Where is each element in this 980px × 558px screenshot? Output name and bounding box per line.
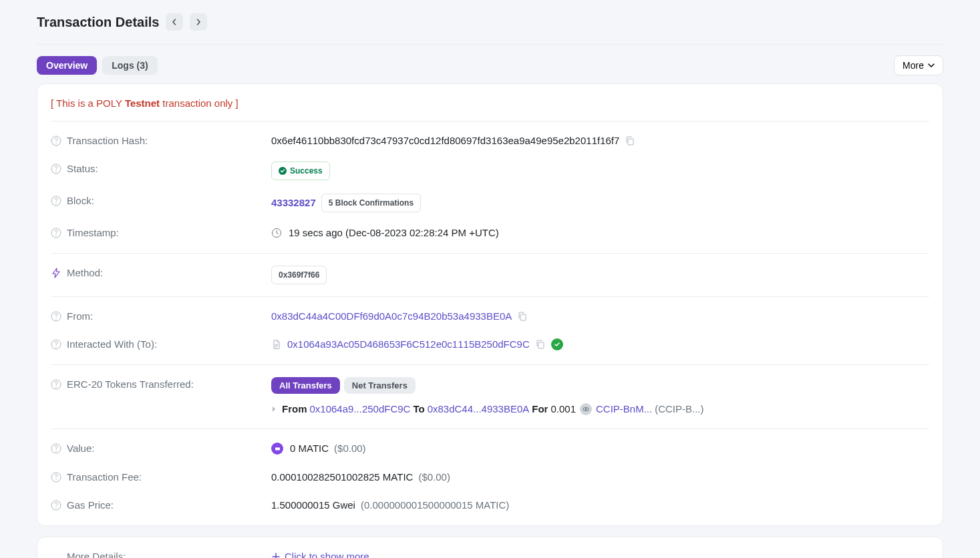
token-symbol: (CCIP-B...) — [655, 402, 703, 417]
help-icon[interactable] — [51, 339, 61, 350]
all-transfers-tab[interactable]: All Transfers — [271, 377, 340, 394]
help-icon[interactable] — [51, 443, 61, 454]
svg-point-24 — [55, 479, 56, 479]
chevron-down-icon — [928, 63, 935, 68]
next-button[interactable] — [190, 13, 207, 31]
row-moredetails: More Details: Click to show more — [37, 537, 943, 559]
from-address-link[interactable]: 0x83dC44a4C00DFf69d0A0c7c94B20b53a4933BE… — [271, 309, 512, 324]
testnet-notice: [ This is a POLY Testnet transaction onl… — [37, 84, 943, 121]
help-icon[interactable] — [51, 500, 61, 511]
row-value: Value: 0 MATIC ($0.00) — [37, 429, 943, 463]
label-value: Value: — [67, 441, 94, 457]
svg-point-22 — [55, 451, 56, 451]
txfee-usd: ($0.00) — [418, 470, 450, 485]
row-gasprice: Gas Price: 1.500000015 Gwei (0.000000001… — [37, 491, 943, 525]
svg-point-1 — [55, 142, 56, 143]
label-moredetails: More Details: — [67, 549, 126, 559]
prev-button[interactable] — [166, 13, 183, 31]
confirmations-badge: 5 Block Confirmations — [321, 194, 421, 212]
row-txfee: Transaction Fee: 0.000100282501002825 MA… — [37, 463, 943, 492]
row-status: Status: Success — [37, 155, 943, 187]
help-icon[interactable] — [51, 228, 61, 238]
row-from: From: 0x83dC44a4C00DFf69d0A0c7c94B20b53a… — [37, 297, 943, 331]
page-title: Transaction Details — [37, 12, 159, 32]
copy-icon[interactable] — [517, 311, 528, 322]
txfee-amount: 0.000100282501002825 MATIC — [271, 470, 413, 485]
matic-icon — [271, 443, 283, 455]
svg-point-26 — [55, 507, 56, 508]
transfer-from-link[interactable]: 0x1064a9...250dFC9C — [310, 402, 411, 417]
transfer-row: From 0x1064a9...250dFC9C To 0x83dC44...4… — [271, 402, 929, 417]
label-method: Method: — [67, 266, 103, 281]
svg-rect-2 — [628, 139, 633, 145]
help-icon[interactable] — [51, 379, 61, 390]
transfer-to-label: To — [413, 402, 424, 417]
svg-point-12 — [55, 318, 56, 318]
label-to: Interacted With (To): — [67, 337, 157, 352]
copy-icon[interactable] — [625, 135, 635, 146]
transfer-for-label: For — [532, 402, 548, 417]
status-badge: Success — [271, 162, 330, 180]
label-block: Block: — [67, 194, 94, 209]
transfer-from-label: From — [282, 402, 307, 417]
plus-icon — [271, 552, 281, 558]
gasprice-gwei: 1.500000015 Gwei — [271, 498, 355, 513]
svg-point-18 — [55, 386, 56, 386]
check-circle-icon — [279, 167, 287, 175]
svg-point-4 — [55, 171, 56, 172]
row-timestamp: Timestamp: 19 secs ago (Dec-08-2023 02:2… — [37, 219, 943, 253]
value-txhash: 0x6ef46110bb830fcd73c47937c0cd12fd80697f… — [271, 133, 619, 149]
overview-card: [ This is a POLY Testnet transaction onl… — [37, 83, 943, 526]
gasprice-matic: (0.000000001500000015 MATIC) — [361, 498, 509, 513]
svg-rect-16 — [538, 342, 544, 348]
help-icon[interactable] — [51, 311, 61, 322]
copy-icon[interactable] — [535, 339, 546, 350]
help-icon[interactable] — [51, 196, 61, 206]
tabs-row: Overview Logs (3) More — [37, 45, 943, 83]
token-icon — [580, 403, 592, 415]
token-link[interactable]: CCIP-BnM... — [596, 402, 652, 417]
tab-overview[interactable]: Overview — [37, 56, 97, 75]
verified-icon — [551, 338, 563, 350]
row-to: Interacted With (To): 0x1064a93Ac05D4686… — [37, 330, 943, 364]
svg-point-9 — [55, 235, 56, 236]
header-row: Transaction Details — [37, 0, 943, 45]
row-erc20: ERC-20 Tokens Transferred: All Transfers… — [37, 365, 943, 429]
chevron-right-icon — [195, 19, 202, 25]
help-icon[interactable] — [51, 135, 61, 146]
clock-icon — [271, 228, 282, 238]
tab-logs[interactable]: Logs (3) — [102, 56, 157, 75]
chevron-left-icon — [171, 19, 178, 25]
help-icon[interactable] — [51, 472, 61, 483]
help-icon[interactable] — [51, 164, 61, 174]
block-link[interactable]: 43332827 — [271, 196, 316, 211]
label-status: Status: — [67, 162, 98, 177]
show-more-button[interactable]: Click to show more — [271, 549, 369, 559]
more-dropdown[interactable]: More — [894, 55, 943, 75]
svg-rect-13 — [520, 314, 526, 320]
contract-icon — [271, 339, 282, 350]
more-label: More — [903, 60, 924, 71]
label-gasprice: Gas Price: — [67, 498, 114, 513]
more-details-card: More Details: Click to show more — [37, 537, 943, 559]
label-txhash: Transaction Hash: — [67, 133, 148, 149]
svg-point-15 — [55, 346, 56, 347]
caret-right-icon — [271, 406, 277, 412]
row-txhash: Transaction Hash: 0x6ef46110bb830fcd73c4… — [37, 121, 943, 156]
to-address-link[interactable]: 0x1064a93Ac05D468653F6C512e0c1115B250dFC… — [287, 337, 530, 352]
label-erc20: ERC-20 Tokens Transferred: — [67, 377, 194, 392]
row-method: Method: 0x369f7f66 — [37, 254, 943, 296]
label-from: From: — [67, 309, 93, 324]
bolt-icon — [51, 268, 61, 278]
value-usd: ($0.00) — [334, 441, 366, 457]
label-txfee: Transaction Fee: — [67, 470, 142, 485]
transfer-amount: 0.001 — [550, 402, 576, 417]
value-amount: 0 MATIC — [290, 441, 329, 457]
method-badge: 0x369f7f66 — [271, 266, 327, 284]
row-block: Block: 43332827 5 Block Confirmations — [37, 187, 943, 219]
value-timestamp: 19 secs ago (Dec-08-2023 02:28:24 PM +UT… — [289, 226, 499, 241]
label-timestamp: Timestamp: — [67, 226, 119, 241]
svg-point-7 — [55, 203, 56, 204]
net-transfers-tab[interactable]: Net Transfers — [344, 377, 416, 394]
transfer-to-link[interactable]: 0x83dC44...4933BE0A — [428, 402, 530, 417]
